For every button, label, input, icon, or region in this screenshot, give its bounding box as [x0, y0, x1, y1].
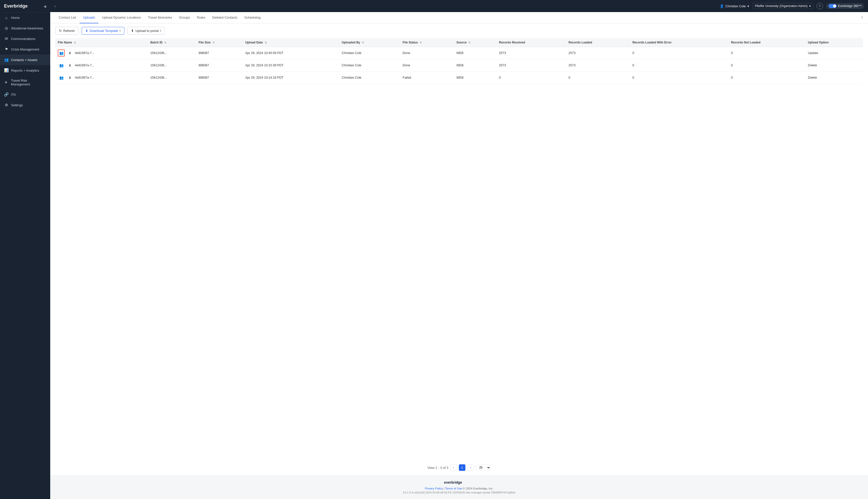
- nav-chevrons: »: [54, 4, 56, 8]
- toggle-knob: [833, 4, 836, 8]
- cell-uploaded-by-1: Christian Cole: [339, 59, 400, 72]
- footer: everbridge Privacy Policy | Terms of Use…: [50, 475, 868, 499]
- tab-scheduling[interactable]: Scheduling: [241, 12, 264, 23]
- cell-uploaded-by-2: Christian Cole: [339, 72, 400, 84]
- user-dropdown-icon: ▾: [747, 4, 749, 8]
- tab-uploads[interactable]: Uploads: [79, 12, 99, 23]
- sidebar-item-reports-analytics[interactable]: 📊 Reports + Analytics: [0, 65, 50, 76]
- download-icon: ⬇: [85, 29, 88, 33]
- sidebar-item-contacts-assets[interactable]: 👥 Contacts + Assets: [0, 54, 50, 65]
- main-content: » 👤 Christian Cole ▾ Pfieffer University…: [50, 0, 868, 499]
- row-download-icon-1: ⬇: [66, 62, 73, 69]
- sidebar-item-home[interactable]: ⌂ Home: [0, 13, 50, 23]
- cell-records-error-0: 0: [630, 47, 728, 59]
- tab-groups[interactable]: Groups: [176, 12, 194, 23]
- reports-analytics-icon: 📊: [4, 68, 9, 73]
- pagination-next[interactable]: ›: [468, 464, 474, 471]
- tab-rules[interactable]: Rules: [194, 12, 209, 23]
- home-icon: ⌂: [4, 15, 9, 20]
- everbridge360-toggle[interactable]: Everbridge 360™: [826, 3, 864, 9]
- refresh-button[interactable]: ↻ Refresh: [55, 27, 78, 35]
- sidebar-item-communications[interactable]: ✉ Communications: [0, 34, 50, 44]
- tab-contact-list[interactable]: Contact List: [55, 12, 79, 23]
- row-download-icon-0: ⬇: [66, 49, 73, 57]
- cell-records-not-loaded-2: 0: [728, 72, 805, 84]
- tab-upload-dynamic-locations[interactable]: Upload Dynamic Locations: [98, 12, 145, 23]
- sidebar-item-settings[interactable]: ⚙ Settings: [0, 100, 50, 110]
- col-uploaded-by[interactable]: Uploaded By ⇅: [339, 38, 400, 47]
- privacy-policy-link[interactable]: Privacy Policy: [425, 487, 443, 490]
- table-body: 👥 ⬇ 4e81997a-7... 15612436... 898087 Apr…: [55, 47, 863, 84]
- cell-file-status-1: Done: [400, 59, 454, 72]
- org-name: Pfieffer University (Organization Admin): [755, 4, 808, 8]
- cell-source-1: WEB: [454, 59, 497, 72]
- cell-upload-option-0: Update: [805, 47, 863, 59]
- table-header: File Name ⇅Batch ID ⇅File Size ⇅Upload D…: [55, 38, 863, 47]
- toggle-label: Everbridge 360™: [838, 4, 861, 8]
- table-row[interactable]: 👥 ⬇ 4e81997a-7... 15612436... 898087 Apr…: [55, 59, 863, 72]
- cell-uploaded-by-0: Christian Cole: [339, 47, 400, 59]
- sidebar-item-label-settings: Settings: [11, 103, 23, 107]
- sidebar-item-label-crisis-management: Crisis Management: [11, 48, 39, 51]
- cell-file-name-0: 👥 ⬇ 4e81997a-7...: [55, 47, 148, 59]
- cell-file-name-1: 👥 ⬇ 4e81997a-7...: [55, 59, 148, 72]
- cell-records-not-loaded-0: 0: [728, 47, 805, 59]
- tabs-help-icon[interactable]: ?: [861, 15, 863, 20]
- pagination-page-1[interactable]: 1: [459, 464, 466, 471]
- sidebar-item-ita[interactable]: 🔗 ITA: [0, 89, 50, 100]
- tab-deleted-contacts[interactable]: Deleted Contacts: [209, 12, 241, 23]
- table-row[interactable]: 👥 ⬇ 4e81997a-7... 15612436... 898087 Apr…: [55, 47, 863, 59]
- situational-awareness-icon: ◎: [4, 26, 9, 31]
- org-selector[interactable]: Pfieffer University (Organization Admin)…: [752, 3, 814, 9]
- tab-travel-itineraries[interactable]: Travel Itineraries: [145, 12, 176, 23]
- user-menu[interactable]: 👤 Christian Cole ▾: [720, 4, 749, 8]
- footer-links: Privacy Policy | Terms of Use © 2024 Eve…: [55, 487, 863, 490]
- user-icon: 👤: [720, 4, 724, 8]
- cell-file-size-1: 898087: [196, 59, 243, 72]
- col-file-name[interactable]: File Name ⇅: [55, 38, 148, 47]
- tabs-bar: Contact ListUploadsUpload Dynamic Locati…: [50, 12, 868, 23]
- col-file-status[interactable]: File Status ⇅: [400, 38, 454, 47]
- cell-records-received-1: 2573: [497, 59, 566, 72]
- cell-records-loaded-1: 2573: [566, 59, 630, 72]
- cell-records-error-1: 0: [630, 59, 728, 72]
- col-records-not-loaded: Records Not Loaded: [728, 38, 805, 47]
- row-download-icon-2: ⬇: [66, 74, 73, 81]
- sidebar-item-label-home: Home: [11, 16, 20, 20]
- sidebar-item-situational-awareness[interactable]: ◎ Situational Awareness: [0, 23, 50, 34]
- sidebar-item-label-reports-analytics: Reports + Analytics: [11, 69, 39, 72]
- sidebar-item-travel-risk[interactable]: ✈ Travel Risk Management: [0, 76, 50, 89]
- contacts-assets-icon: 👥: [4, 58, 9, 62]
- upload-to-portal-button[interactable]: ⬆ Upload to portal ℹ: [127, 27, 165, 35]
- cell-upload-date-2: Apr 29, 2024 10:14:18 PDT: [243, 72, 339, 84]
- col-file-size[interactable]: File Size ⇅: [196, 38, 243, 47]
- refresh-icon: ↻: [59, 29, 62, 33]
- travel-risk-icon: ✈: [4, 80, 9, 85]
- help-button[interactable]: ?: [817, 3, 823, 9]
- col-batch-id[interactable]: Batch ID ⇅: [148, 38, 196, 47]
- col-upload-date[interactable]: Upload Date ⇅: [243, 38, 339, 47]
- crisis-management-icon: ⚑: [4, 47, 9, 51]
- download-template-button[interactable]: ⬇ Download Template ℹ: [82, 27, 125, 35]
- sort-icon-batch-id: ⇅: [164, 41, 166, 44]
- sort-icon-file-name: ⇅: [74, 41, 76, 44]
- sidebar-item-label-contacts-assets: Contacts + Assets: [11, 58, 37, 62]
- app-logo: Everbridge: [4, 3, 28, 9]
- page-size-selector[interactable]: 2550100: [476, 465, 491, 471]
- file-name-text-1: 4e81997a-7...: [75, 63, 94, 67]
- sidebar-item-crisis-management[interactable]: ⚑ Crisis Management: [0, 44, 50, 54]
- table-row[interactable]: 👥 ⬇ 4e81997a-7... 15612436... 898087 Apr…: [55, 72, 863, 84]
- pagination-prev[interactable]: ‹: [450, 464, 457, 471]
- cell-file-name-2: 👥 ⬇ 4e81997a-7...: [55, 72, 148, 84]
- col-source[interactable]: Source ⇅: [454, 38, 497, 47]
- sidebar-header: Everbridge ◀: [0, 0, 50, 13]
- cell-upload-date-1: Apr 29, 2024 10:15:39 PDT: [243, 59, 339, 72]
- footer-logo: everbridge: [55, 480, 863, 485]
- pagination: View 1 - 3 of 3 ‹ 1 › 2550100: [50, 460, 868, 475]
- cell-records-received-2: 0: [497, 72, 566, 84]
- sidebar-collapse-button[interactable]: ◀: [44, 4, 46, 8]
- cell-records-error-2: 0: [630, 72, 728, 84]
- terms-of-use-link[interactable]: Terms of Use: [445, 487, 462, 490]
- upload-info-icon: ℹ: [160, 29, 161, 33]
- row-contacts-icon-0: 👥: [58, 49, 65, 57]
